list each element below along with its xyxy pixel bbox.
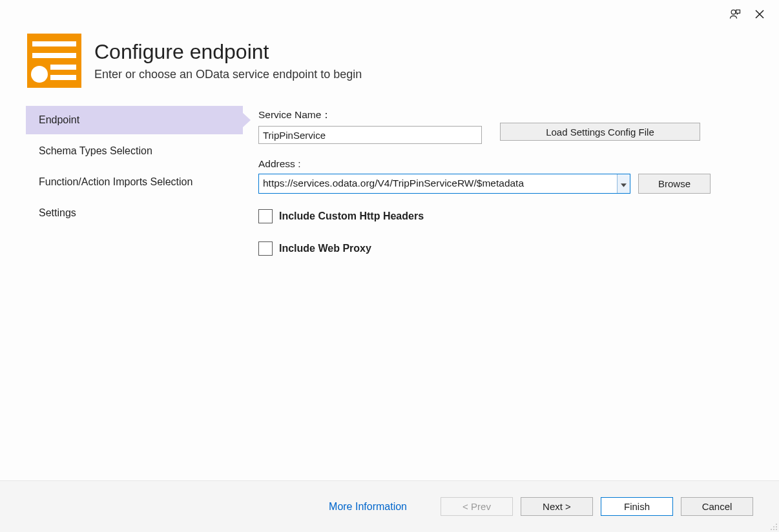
sidebar-item-label: Settings	[39, 207, 76, 218]
svg-point-6	[776, 526, 777, 527]
feedback-icon[interactable]	[729, 8, 742, 21]
browse-button[interactable]: Browse	[638, 174, 711, 194]
form-area: Service Name： Load Settings Config File …	[243, 106, 753, 480]
address-label: Address :	[258, 158, 753, 170]
svg-point-4	[776, 524, 777, 525]
next-button[interactable]: Next >	[521, 497, 593, 516]
chevron-down-icon	[621, 178, 627, 190]
load-config-button[interactable]: Load Settings Config File	[500, 123, 700, 141]
svg-point-8	[773, 529, 774, 530]
close-icon[interactable]	[753, 8, 766, 21]
address-dropdown-button[interactable]	[617, 174, 630, 193]
svg-point-0	[731, 10, 736, 14]
window-controls	[729, 8, 766, 21]
finish-button[interactable]: Finish	[601, 497, 673, 516]
service-name-input[interactable]	[258, 126, 482, 144]
header: Configure endpoint Enter or choose an OD…	[0, 0, 779, 106]
svg-point-5	[773, 526, 774, 527]
sidebar-item-settings[interactable]: Settings	[26, 199, 243, 227]
more-information-link[interactable]: More Information	[329, 501, 407, 513]
endpoint-icon	[27, 34, 81, 88]
sidebar-item-function-action[interactable]: Function/Action Imports Selection	[26, 168, 243, 196]
include-proxy-label[interactable]: Include Web Proxy	[279, 243, 371, 254]
sidebar: Endpoint Schema Types Selection Function…	[26, 106, 243, 480]
page-subtitle: Enter or choose an OData service endpoin…	[94, 68, 362, 81]
cancel-button[interactable]: Cancel	[681, 497, 753, 516]
address-input[interactable]	[259, 174, 617, 192]
service-name-label: Service Name：	[258, 108, 482, 122]
footer: More Information < Prev Next > Finish Ca…	[0, 480, 779, 532]
svg-point-7	[771, 529, 772, 530]
svg-marker-3	[621, 183, 627, 187]
address-combo	[258, 174, 630, 194]
include-proxy-checkbox[interactable]	[258, 241, 273, 256]
include-headers-checkbox[interactable]	[258, 209, 273, 223]
svg-point-9	[776, 529, 777, 530]
sidebar-item-label: Endpoint	[39, 114, 79, 125]
prev-button: < Prev	[441, 497, 513, 516]
page-title: Configure endpoint	[94, 40, 362, 64]
sidebar-item-label: Schema Types Selection	[39, 145, 152, 156]
sidebar-item-schema-types[interactable]: Schema Types Selection	[26, 137, 243, 165]
include-headers-label[interactable]: Include Custom Http Headers	[279, 210, 424, 222]
resize-grip-icon[interactable]	[767, 520, 778, 531]
sidebar-item-label: Function/Action Imports Selection	[39, 176, 192, 187]
sidebar-item-endpoint[interactable]: Endpoint	[26, 106, 243, 134]
